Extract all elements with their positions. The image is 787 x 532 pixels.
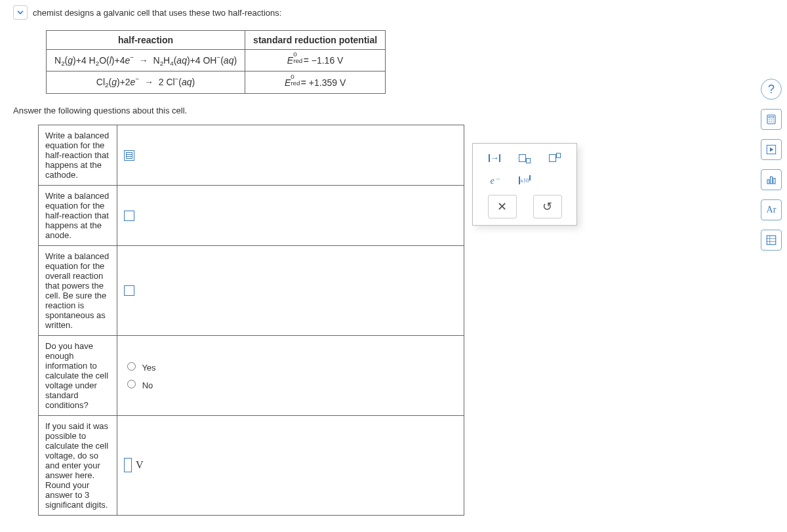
answer-table: Write a balanced equation for the half-r… bbox=[38, 125, 464, 516]
equation-input-icon bbox=[124, 211, 134, 221]
electron-icon: e⁻ bbox=[490, 175, 498, 186]
col-half-reaction: half-reaction bbox=[47, 31, 245, 50]
help-button[interactable]: ? bbox=[761, 79, 782, 100]
arrow-icon: → bbox=[490, 153, 499, 163]
radio-no-label[interactable]: No bbox=[124, 380, 153, 390]
col-potential: standard reduction potential bbox=[245, 31, 386, 50]
svg-rect-10 bbox=[771, 177, 773, 184]
radio-no-text: No bbox=[142, 380, 153, 390]
radio-no[interactable] bbox=[127, 380, 136, 388]
radio-yes-label[interactable]: Yes bbox=[124, 363, 156, 373]
svg-point-5 bbox=[769, 121, 770, 123]
svg-point-6 bbox=[771, 121, 772, 123]
exp-box-icon bbox=[529, 175, 531, 180]
calculator-button[interactable] bbox=[761, 109, 782, 130]
box-icon bbox=[499, 154, 500, 162]
ar-icon: Ar bbox=[767, 205, 777, 215]
x-icon: ✕ bbox=[497, 199, 507, 214]
collapse-toggle[interactable] bbox=[13, 5, 28, 20]
q2-prompt: Write a balanced equation for the half-r… bbox=[39, 185, 117, 245]
svg-rect-1 bbox=[769, 117, 774, 118]
problem-intro: chemist designs a galvanic cell that use… bbox=[33, 8, 281, 18]
q5-answer-cell[interactable]: V bbox=[124, 458, 457, 472]
play-button[interactable] bbox=[761, 139, 782, 160]
question-icon: ? bbox=[768, 83, 775, 96]
potential-1: E0red = −1.16 V bbox=[245, 50, 386, 72]
q1-prompt: Write a balanced equation for the half-r… bbox=[39, 125, 117, 185]
potential-2: E0red = +1.359 V bbox=[245, 72, 386, 93]
subtitle: Answer the following questions about thi… bbox=[13, 106, 761, 115]
svg-rect-9 bbox=[767, 180, 769, 184]
svg-point-2 bbox=[769, 119, 770, 121]
table-icon bbox=[765, 234, 777, 246]
radio-yes-text: Yes bbox=[142, 363, 155, 373]
data-table-button[interactable] bbox=[761, 230, 782, 251]
box-icon bbox=[519, 154, 526, 162]
q2-answer-cell[interactable] bbox=[117, 185, 464, 245]
palette-superscript-button[interactable] bbox=[545, 150, 565, 166]
right-sidebar: ? Ar bbox=[761, 79, 782, 251]
palette-arrow-button[interactable]: → bbox=[485, 150, 504, 166]
bars-icon bbox=[765, 174, 777, 186]
bars-button[interactable] bbox=[761, 169, 782, 190]
chevron-down-icon bbox=[16, 8, 25, 17]
x10-label: x10 bbox=[520, 177, 529, 184]
periodic-table-button[interactable]: Ar bbox=[761, 199, 782, 220]
palette-reset-button[interactable]: ↺ bbox=[533, 195, 562, 218]
svg-point-3 bbox=[771, 119, 772, 121]
half-reaction-table: half-reaction standard reduction potenti… bbox=[46, 30, 386, 94]
superscript-box-icon bbox=[556, 153, 561, 158]
q3-answer-cell[interactable] bbox=[117, 245, 464, 335]
svg-rect-12 bbox=[767, 235, 776, 245]
reset-icon: ↺ bbox=[542, 199, 552, 214]
palette-electron-button[interactable]: e⁻ bbox=[485, 173, 504, 188]
equation-input-icon bbox=[124, 150, 134, 161]
q5-prompt: If you said it was possible to calculate… bbox=[39, 415, 117, 515]
q1-answer-cell[interactable] bbox=[117, 125, 464, 185]
equation-input-icon bbox=[124, 285, 134, 296]
equation-palette: → e⁻ x10 ✕ ↺ bbox=[472, 143, 577, 226]
play-icon bbox=[766, 144, 777, 155]
palette-clear-button[interactable]: ✕ bbox=[488, 195, 517, 218]
voltage-unit: V bbox=[136, 459, 144, 471]
q3-prompt: Write a balanced equation for the overal… bbox=[39, 245, 117, 335]
radio-yes[interactable] bbox=[127, 362, 136, 371]
reaction-2: Cl2(g)+2e− → 2 Cl−(aq) bbox=[47, 72, 245, 93]
calculator-icon bbox=[765, 113, 777, 125]
palette-subscript-button[interactable] bbox=[515, 150, 535, 166]
reaction-1: N2(g)+4 H2O(l)+4e− → N2H4(aq)+4 OH−(aq) bbox=[47, 50, 245, 72]
subscript-box-icon bbox=[526, 158, 531, 163]
voltage-input-icon bbox=[124, 458, 132, 472]
palette-x10-button[interactable]: x10 bbox=[515, 173, 535, 188]
svg-rect-11 bbox=[773, 178, 775, 184]
q4-prompt: Do you have enough information to calcul… bbox=[39, 335, 117, 415]
svg-point-7 bbox=[773, 121, 774, 123]
svg-point-4 bbox=[773, 119, 774, 121]
box-icon bbox=[549, 154, 556, 162]
